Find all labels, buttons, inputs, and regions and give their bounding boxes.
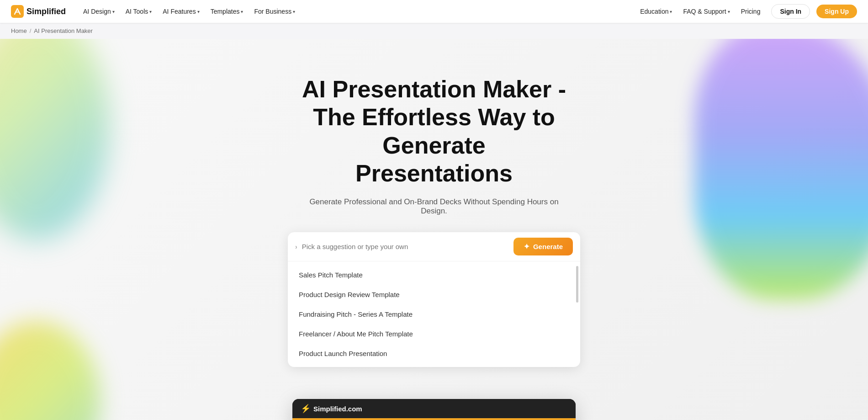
signup-button[interactable]: Sign Up [816, 5, 857, 18]
nav-right: Education ▾ FAQ & Support ▾ Pricing Sign… [635, 4, 857, 19]
nav-item-pricing[interactable]: Pricing [736, 5, 765, 18]
nav-item-ai-tools[interactable]: AI Tools ▾ [121, 5, 157, 18]
nav-item-ai-design[interactable]: AI Design ▾ [79, 5, 119, 18]
suggestions-list: Sales Pitch Template Product Design Revi… [288, 261, 580, 367]
preview-header: ⚡ Simplified.com [292, 399, 576, 418]
generate-icon: ✦ [524, 242, 529, 251]
hero-title: AI Presentation Maker - The Effortless W… [274, 75, 594, 187]
preview-logo-icon: ⚡ [301, 404, 311, 414]
breadcrumb-current: AI Presentation Maker [34, 27, 93, 34]
suggestion-item[interactable]: Sales Pitch Template [288, 265, 580, 285]
nav-item-for-business[interactable]: For Business ▾ [249, 5, 300, 18]
nav-item-education[interactable]: Education ▾ [635, 5, 677, 18]
chevron-down-icon: ▾ [670, 9, 672, 14]
chevron-down-icon: ▾ [149, 9, 152, 14]
chevron-down-icon: ▾ [728, 9, 730, 14]
generate-button[interactable]: ✦ Generate [513, 238, 573, 255]
svg-rect-0 [11, 5, 24, 18]
nav-item-ai-features[interactable]: AI Features ▾ [158, 5, 204, 18]
logo-text: Simplified [26, 7, 66, 16]
scrollbar-thumb[interactable] [576, 266, 578, 303]
breadcrumb-separator: / [30, 27, 32, 34]
preview-logo: ⚡ Simplified.com [301, 404, 362, 414]
suggestions-area: Sales Pitch Template Product Design Revi… [288, 261, 580, 367]
search-chevron-icon: › [295, 243, 297, 250]
chevron-down-icon: ▾ [112, 9, 115, 14]
suggestion-item[interactable]: Freelancer / About Me Pitch Template [288, 324, 580, 344]
chevron-down-icon: ▾ [293, 9, 295, 14]
navbar: Simplified AI Design ▾ AI Tools ▾ AI Fea… [0, 0, 868, 23]
hero-section: AI Presentation Maker - The Effortless W… [0, 39, 868, 420]
nav-links: AI Design ▾ AI Tools ▾ AI Features ▾ Tem… [79, 5, 635, 18]
chevron-down-icon: ▾ [197, 9, 200, 14]
hero-content: AI Presentation Maker - The Effortless W… [0, 39, 868, 385]
logo-link[interactable]: Simplified [11, 5, 66, 18]
preview-body: + ✕ ⬒ ⚙ Resize Animate ··· [292, 418, 576, 420]
search-bar: › ✦ Generate [288, 232, 580, 261]
hero-subtitle: Generate Professional and On-Brand Decks… [297, 197, 571, 216]
breadcrumb: Home / AI Presentation Maker [0, 23, 868, 39]
generate-label: Generate [533, 243, 563, 250]
nav-item-faq-support[interactable]: FAQ & Support ▾ [678, 5, 734, 18]
chevron-down-icon: ▾ [241, 9, 243, 14]
suggestion-item[interactable]: Product Launch Presentation [288, 344, 580, 363]
preview-card: ⚡ Simplified.com + ✕ ⬒ ⚙ Resize Animate … [292, 399, 576, 420]
search-input[interactable] [302, 243, 509, 250]
preview-section: ⚡ Simplified.com + ✕ ⬒ ⚙ Resize Animate … [0, 385, 868, 420]
nav-right-links: Education ▾ FAQ & Support ▾ Pricing [635, 5, 765, 18]
nav-item-templates[interactable]: Templates ▾ [206, 5, 248, 18]
search-container: › ✦ Generate Sales Pitch Template Produc… [288, 232, 580, 367]
signin-button[interactable]: Sign In [771, 4, 810, 19]
logo-icon [11, 5, 24, 18]
breadcrumb-home-link[interactable]: Home [11, 27, 27, 34]
suggestion-item[interactable]: Product Design Review Template [288, 285, 580, 304]
suggestion-item[interactable]: Fundraising Pitch - Series A Template [288, 304, 580, 324]
